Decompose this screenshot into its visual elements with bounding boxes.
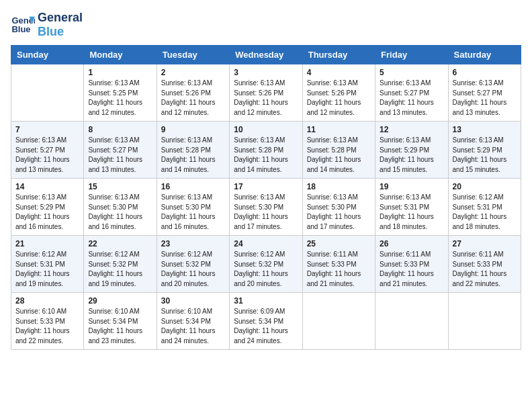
calendar-cell: 21Sunrise: 6:12 AM Sunset: 5:31 PM Dayli… (11, 236, 84, 293)
calendar-cell: 19Sunrise: 6:13 AM Sunset: 5:31 PM Dayli… (375, 179, 448, 236)
day-info: Sunrise: 6:13 AM Sunset: 5:27 PM Dayligh… (15, 136, 79, 175)
day-number: 5 (380, 68, 443, 77)
calendar-cell: 24Sunrise: 6:12 AM Sunset: 5:32 PM Dayli… (230, 236, 302, 293)
calendar-week-3: 14Sunrise: 6:13 AM Sunset: 5:29 PM Dayli… (11, 179, 521, 236)
day-number: 1 (88, 68, 152, 77)
calendar-cell: 3Sunrise: 6:13 AM Sunset: 5:26 PM Daylig… (230, 64, 302, 122)
day-info: Sunrise: 6:12 AM Sunset: 5:32 PM Dayligh… (234, 250, 298, 289)
day-info: Sunrise: 6:13 AM Sunset: 5:30 PM Dayligh… (161, 193, 225, 232)
weekday-header-friday: Friday (375, 46, 448, 64)
day-info: Sunrise: 6:13 AM Sunset: 5:28 PM Dayligh… (307, 136, 371, 175)
day-info: Sunrise: 6:12 AM Sunset: 5:31 PM Dayligh… (15, 250, 79, 289)
calendar-table: SundayMondayTuesdayWednesdayThursdayFrid… (11, 45, 521, 350)
calendar-week-5: 28Sunrise: 6:10 AM Sunset: 5:33 PM Dayli… (11, 293, 521, 350)
calendar-cell: 27Sunrise: 6:11 AM Sunset: 5:33 PM Dayli… (448, 236, 521, 293)
logo-line2: Blue (38, 25, 83, 39)
calendar-cell (302, 293, 375, 350)
day-info: Sunrise: 6:13 AM Sunset: 5:25 PM Dayligh… (88, 79, 152, 118)
day-info: Sunrise: 6:10 AM Sunset: 5:34 PM Dayligh… (88, 307, 152, 346)
weekday-header-sunday: Sunday (11, 46, 84, 64)
day-number: 6 (453, 68, 517, 77)
day-info: Sunrise: 6:13 AM Sunset: 5:30 PM Dayligh… (307, 193, 371, 232)
day-number: 2 (161, 68, 225, 77)
calendar-cell: 14Sunrise: 6:13 AM Sunset: 5:29 PM Dayli… (11, 179, 84, 236)
calendar-cell: 12Sunrise: 6:13 AM Sunset: 5:29 PM Dayli… (375, 122, 448, 179)
calendar-week-4: 21Sunrise: 6:12 AM Sunset: 5:31 PM Dayli… (11, 236, 521, 293)
calendar-header-row: SundayMondayTuesdayWednesdayThursdayFrid… (11, 46, 521, 64)
day-info: Sunrise: 6:13 AM Sunset: 5:26 PM Dayligh… (161, 79, 225, 118)
day-number: 17 (234, 182, 298, 191)
calendar-cell: 11Sunrise: 6:13 AM Sunset: 5:28 PM Dayli… (302, 122, 375, 179)
day-number: 25 (307, 239, 371, 248)
calendar-cell: 26Sunrise: 6:11 AM Sunset: 5:33 PM Dayli… (375, 236, 448, 293)
day-number: 23 (161, 239, 225, 248)
day-number: 16 (161, 182, 225, 191)
day-info: Sunrise: 6:12 AM Sunset: 5:32 PM Dayligh… (161, 250, 225, 289)
day-info: Sunrise: 6:13 AM Sunset: 5:28 PM Dayligh… (161, 136, 225, 175)
calendar-cell: 1Sunrise: 6:13 AM Sunset: 5:25 PM Daylig… (84, 64, 157, 122)
day-info: Sunrise: 6:13 AM Sunset: 5:28 PM Dayligh… (234, 136, 298, 175)
day-info: Sunrise: 6:13 AM Sunset: 5:29 PM Dayligh… (15, 193, 79, 232)
day-number: 24 (234, 239, 298, 248)
day-number: 22 (88, 239, 152, 248)
day-info: Sunrise: 6:09 AM Sunset: 5:34 PM Dayligh… (234, 307, 298, 346)
calendar-cell: 2Sunrise: 6:13 AM Sunset: 5:26 PM Daylig… (157, 64, 229, 122)
day-number: 18 (307, 182, 371, 191)
calendar-cell: 6Sunrise: 6:13 AM Sunset: 5:27 PM Daylig… (448, 64, 521, 122)
day-info: Sunrise: 6:13 AM Sunset: 5:27 PM Dayligh… (380, 79, 443, 118)
calendar-cell: 25Sunrise: 6:11 AM Sunset: 5:33 PM Dayli… (302, 236, 375, 293)
logo-line1: General (38, 11, 83, 25)
weekday-header-thursday: Thursday (302, 46, 375, 64)
calendar-cell: 23Sunrise: 6:12 AM Sunset: 5:32 PM Dayli… (157, 236, 229, 293)
calendar-cell: 7Sunrise: 6:13 AM Sunset: 5:27 PM Daylig… (11, 122, 84, 179)
day-number: 14 (15, 182, 79, 191)
day-number: 15 (88, 182, 152, 191)
day-number: 12 (380, 125, 443, 134)
calendar-cell (11, 64, 84, 122)
day-number: 13 (453, 125, 517, 134)
day-info: Sunrise: 6:13 AM Sunset: 5:27 PM Dayligh… (88, 136, 152, 175)
weekday-header-monday: Monday (84, 46, 157, 64)
day-number: 29 (88, 296, 152, 306)
calendar-cell (375, 293, 448, 350)
calendar-cell: 8Sunrise: 6:13 AM Sunset: 5:27 PM Daylig… (84, 122, 157, 179)
calendar-cell: 17Sunrise: 6:13 AM Sunset: 5:30 PM Dayli… (230, 179, 302, 236)
calendar-cell (448, 293, 521, 350)
day-info: Sunrise: 6:13 AM Sunset: 5:27 PM Dayligh… (453, 79, 517, 118)
day-info: Sunrise: 6:12 AM Sunset: 5:32 PM Dayligh… (88, 250, 152, 289)
weekday-header-saturday: Saturday (448, 46, 521, 64)
calendar-cell: 28Sunrise: 6:10 AM Sunset: 5:33 PM Dayli… (11, 293, 84, 350)
calendar-week-1: 1Sunrise: 6:13 AM Sunset: 5:25 PM Daylig… (11, 64, 521, 122)
calendar-cell: 4Sunrise: 6:13 AM Sunset: 5:26 PM Daylig… (302, 64, 375, 122)
day-info: Sunrise: 6:13 AM Sunset: 5:30 PM Dayligh… (88, 193, 152, 232)
weekday-header-wednesday: Wednesday (230, 46, 302, 64)
day-number: 28 (15, 296, 79, 306)
logo-icon: General Blue (11, 13, 35, 37)
day-info: Sunrise: 6:11 AM Sunset: 5:33 PM Dayligh… (380, 250, 443, 289)
calendar-cell: 29Sunrise: 6:10 AM Sunset: 5:34 PM Dayli… (84, 293, 157, 350)
day-number: 4 (307, 68, 371, 77)
calendar-cell: 31Sunrise: 6:09 AM Sunset: 5:34 PM Dayli… (230, 293, 302, 350)
calendar-cell: 18Sunrise: 6:13 AM Sunset: 5:30 PM Dayli… (302, 179, 375, 236)
calendar-cell: 20Sunrise: 6:12 AM Sunset: 5:31 PM Dayli… (448, 179, 521, 236)
calendar-cell: 16Sunrise: 6:13 AM Sunset: 5:30 PM Dayli… (157, 179, 229, 236)
day-info: Sunrise: 6:11 AM Sunset: 5:33 PM Dayligh… (307, 250, 371, 289)
day-number: 21 (15, 239, 79, 248)
day-number: 26 (380, 239, 443, 248)
day-info: Sunrise: 6:13 AM Sunset: 5:29 PM Dayligh… (453, 136, 517, 175)
day-info: Sunrise: 6:10 AM Sunset: 5:34 PM Dayligh… (161, 307, 225, 346)
weekday-header-tuesday: Tuesday (157, 46, 229, 64)
day-info: Sunrise: 6:13 AM Sunset: 5:26 PM Dayligh… (307, 79, 371, 118)
day-info: Sunrise: 6:13 AM Sunset: 5:26 PM Dayligh… (234, 79, 298, 118)
calendar-cell: 10Sunrise: 6:13 AM Sunset: 5:28 PM Dayli… (230, 122, 302, 179)
page-header: General Blue General Blue (11, 11, 521, 38)
calendar-cell: 9Sunrise: 6:13 AM Sunset: 5:28 PM Daylig… (157, 122, 229, 179)
day-number: 19 (380, 182, 443, 191)
day-number: 9 (161, 125, 225, 134)
day-number: 31 (234, 296, 298, 306)
day-info: Sunrise: 6:13 AM Sunset: 5:29 PM Dayligh… (380, 136, 443, 175)
calendar-week-2: 7Sunrise: 6:13 AM Sunset: 5:27 PM Daylig… (11, 122, 521, 179)
day-number: 20 (453, 182, 517, 191)
day-number: 30 (161, 296, 225, 306)
day-number: 3 (234, 68, 298, 77)
